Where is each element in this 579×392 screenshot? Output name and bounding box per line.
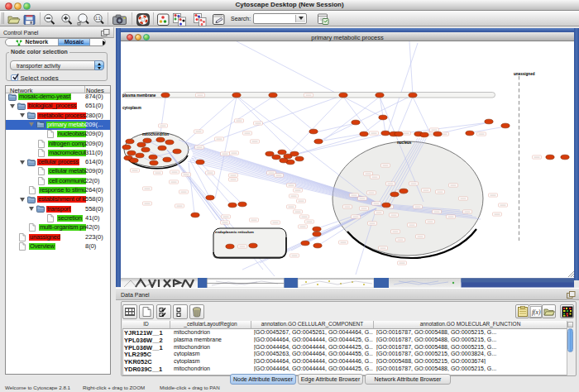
svg-text:1:1: 1:1	[95, 17, 101, 21]
svg-text:mitochondrion: mitochondrion	[142, 132, 169, 136]
svg-text:unassigned: unassigned	[514, 72, 535, 76]
svg-text:endoplasmic reticulum: endoplasmic reticulum	[215, 230, 254, 234]
svg-text:plasma membrane: plasma membrane	[122, 93, 156, 98]
svg-text:nucleus: nucleus	[397, 141, 412, 145]
svg-text:f(x): f(x)	[532, 308, 541, 315]
svg-text:cytoplasm: cytoplasm	[122, 106, 141, 110]
